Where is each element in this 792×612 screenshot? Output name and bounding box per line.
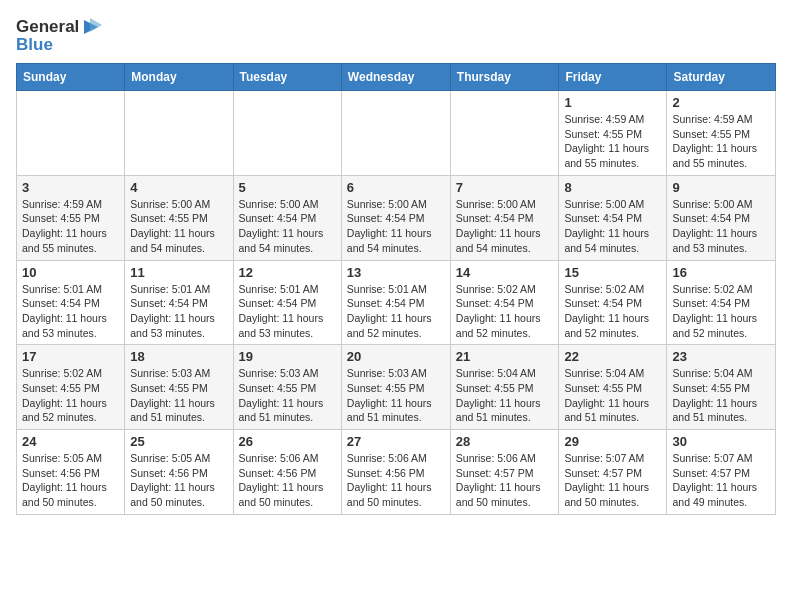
calendar-cell: 25Sunrise: 5:05 AM Sunset: 4:56 PM Dayli… bbox=[125, 430, 233, 515]
day-info: Sunrise: 5:02 AM Sunset: 4:54 PM Dayligh… bbox=[564, 282, 661, 341]
calendar-cell: 16Sunrise: 5:02 AM Sunset: 4:54 PM Dayli… bbox=[667, 260, 776, 345]
day-info: Sunrise: 5:02 AM Sunset: 4:54 PM Dayligh… bbox=[456, 282, 554, 341]
weekday-header-thursday: Thursday bbox=[450, 64, 559, 91]
calendar-table: SundayMondayTuesdayWednesdayThursdayFrid… bbox=[16, 63, 776, 515]
day-info: Sunrise: 5:06 AM Sunset: 4:56 PM Dayligh… bbox=[347, 451, 445, 510]
weekday-header-friday: Friday bbox=[559, 64, 667, 91]
logo-arrow-icon bbox=[80, 16, 102, 38]
calendar-cell: 4Sunrise: 5:00 AM Sunset: 4:55 PM Daylig… bbox=[125, 175, 233, 260]
day-info: Sunrise: 4:59 AM Sunset: 4:55 PM Dayligh… bbox=[564, 112, 661, 171]
day-number: 2 bbox=[672, 95, 770, 110]
calendar-cell bbox=[233, 91, 341, 176]
day-number: 24 bbox=[22, 434, 119, 449]
day-info: Sunrise: 5:00 AM Sunset: 4:54 PM Dayligh… bbox=[564, 197, 661, 256]
calendar-cell: 12Sunrise: 5:01 AM Sunset: 4:54 PM Dayli… bbox=[233, 260, 341, 345]
day-info: Sunrise: 5:06 AM Sunset: 4:57 PM Dayligh… bbox=[456, 451, 554, 510]
weekday-header-sunday: Sunday bbox=[17, 64, 125, 91]
day-info: Sunrise: 5:07 AM Sunset: 4:57 PM Dayligh… bbox=[672, 451, 770, 510]
day-info: Sunrise: 5:03 AM Sunset: 4:55 PM Dayligh… bbox=[130, 366, 227, 425]
logo-general-text: General bbox=[16, 17, 79, 37]
calendar-week-row: 17Sunrise: 5:02 AM Sunset: 4:55 PM Dayli… bbox=[17, 345, 776, 430]
calendar-cell: 29Sunrise: 5:07 AM Sunset: 4:57 PM Dayli… bbox=[559, 430, 667, 515]
logo: General Blue bbox=[16, 16, 102, 55]
day-number: 19 bbox=[239, 349, 336, 364]
day-info: Sunrise: 5:06 AM Sunset: 4:56 PM Dayligh… bbox=[239, 451, 336, 510]
day-number: 12 bbox=[239, 265, 336, 280]
day-number: 25 bbox=[130, 434, 227, 449]
day-number: 16 bbox=[672, 265, 770, 280]
calendar-cell: 20Sunrise: 5:03 AM Sunset: 4:55 PM Dayli… bbox=[341, 345, 450, 430]
svg-marker-1 bbox=[90, 18, 102, 32]
calendar-week-row: 24Sunrise: 5:05 AM Sunset: 4:56 PM Dayli… bbox=[17, 430, 776, 515]
calendar-week-row: 10Sunrise: 5:01 AM Sunset: 4:54 PM Dayli… bbox=[17, 260, 776, 345]
day-number: 18 bbox=[130, 349, 227, 364]
day-info: Sunrise: 5:05 AM Sunset: 4:56 PM Dayligh… bbox=[22, 451, 119, 510]
day-number: 30 bbox=[672, 434, 770, 449]
day-info: Sunrise: 5:00 AM Sunset: 4:54 PM Dayligh… bbox=[456, 197, 554, 256]
calendar-cell: 30Sunrise: 5:07 AM Sunset: 4:57 PM Dayli… bbox=[667, 430, 776, 515]
calendar-cell: 6Sunrise: 5:00 AM Sunset: 4:54 PM Daylig… bbox=[341, 175, 450, 260]
calendar-cell bbox=[17, 91, 125, 176]
day-info: Sunrise: 5:00 AM Sunset: 4:55 PM Dayligh… bbox=[130, 197, 227, 256]
calendar-cell: 8Sunrise: 5:00 AM Sunset: 4:54 PM Daylig… bbox=[559, 175, 667, 260]
day-info: Sunrise: 4:59 AM Sunset: 4:55 PM Dayligh… bbox=[672, 112, 770, 171]
day-info: Sunrise: 5:01 AM Sunset: 4:54 PM Dayligh… bbox=[239, 282, 336, 341]
day-info: Sunrise: 5:03 AM Sunset: 4:55 PM Dayligh… bbox=[347, 366, 445, 425]
day-info: Sunrise: 5:02 AM Sunset: 4:55 PM Dayligh… bbox=[22, 366, 119, 425]
calendar-cell: 21Sunrise: 5:04 AM Sunset: 4:55 PM Dayli… bbox=[450, 345, 559, 430]
day-info: Sunrise: 5:04 AM Sunset: 4:55 PM Dayligh… bbox=[564, 366, 661, 425]
day-number: 20 bbox=[347, 349, 445, 364]
day-number: 15 bbox=[564, 265, 661, 280]
day-number: 14 bbox=[456, 265, 554, 280]
day-info: Sunrise: 5:04 AM Sunset: 4:55 PM Dayligh… bbox=[672, 366, 770, 425]
calendar-cell: 15Sunrise: 5:02 AM Sunset: 4:54 PM Dayli… bbox=[559, 260, 667, 345]
day-number: 9 bbox=[672, 180, 770, 195]
calendar-cell: 17Sunrise: 5:02 AM Sunset: 4:55 PM Dayli… bbox=[17, 345, 125, 430]
page-header: General Blue bbox=[16, 16, 776, 55]
calendar-cell: 23Sunrise: 5:04 AM Sunset: 4:55 PM Dayli… bbox=[667, 345, 776, 430]
day-number: 5 bbox=[239, 180, 336, 195]
calendar-cell: 27Sunrise: 5:06 AM Sunset: 4:56 PM Dayli… bbox=[341, 430, 450, 515]
day-info: Sunrise: 5:01 AM Sunset: 4:54 PM Dayligh… bbox=[22, 282, 119, 341]
day-number: 28 bbox=[456, 434, 554, 449]
day-info: Sunrise: 5:00 AM Sunset: 4:54 PM Dayligh… bbox=[672, 197, 770, 256]
day-number: 4 bbox=[130, 180, 227, 195]
calendar-cell bbox=[341, 91, 450, 176]
day-info: Sunrise: 5:05 AM Sunset: 4:56 PM Dayligh… bbox=[130, 451, 227, 510]
calendar-cell: 18Sunrise: 5:03 AM Sunset: 4:55 PM Dayli… bbox=[125, 345, 233, 430]
day-number: 17 bbox=[22, 349, 119, 364]
day-info: Sunrise: 5:00 AM Sunset: 4:54 PM Dayligh… bbox=[239, 197, 336, 256]
calendar-cell: 14Sunrise: 5:02 AM Sunset: 4:54 PM Dayli… bbox=[450, 260, 559, 345]
day-info: Sunrise: 5:04 AM Sunset: 4:55 PM Dayligh… bbox=[456, 366, 554, 425]
calendar-cell: 28Sunrise: 5:06 AM Sunset: 4:57 PM Dayli… bbox=[450, 430, 559, 515]
day-number: 27 bbox=[347, 434, 445, 449]
day-number: 8 bbox=[564, 180, 661, 195]
calendar-cell: 3Sunrise: 4:59 AM Sunset: 4:55 PM Daylig… bbox=[17, 175, 125, 260]
day-info: Sunrise: 5:03 AM Sunset: 4:55 PM Dayligh… bbox=[239, 366, 336, 425]
day-number: 26 bbox=[239, 434, 336, 449]
calendar-cell: 11Sunrise: 5:01 AM Sunset: 4:54 PM Dayli… bbox=[125, 260, 233, 345]
weekday-header-saturday: Saturday bbox=[667, 64, 776, 91]
calendar-cell bbox=[125, 91, 233, 176]
day-number: 7 bbox=[456, 180, 554, 195]
day-number: 11 bbox=[130, 265, 227, 280]
calendar-cell: 19Sunrise: 5:03 AM Sunset: 4:55 PM Dayli… bbox=[233, 345, 341, 430]
day-number: 1 bbox=[564, 95, 661, 110]
day-info: Sunrise: 5:07 AM Sunset: 4:57 PM Dayligh… bbox=[564, 451, 661, 510]
logo-blue-text: Blue bbox=[16, 35, 53, 55]
calendar-cell: 22Sunrise: 5:04 AM Sunset: 4:55 PM Dayli… bbox=[559, 345, 667, 430]
weekday-header-tuesday: Tuesday bbox=[233, 64, 341, 91]
weekday-header-wednesday: Wednesday bbox=[341, 64, 450, 91]
calendar-cell: 1Sunrise: 4:59 AM Sunset: 4:55 PM Daylig… bbox=[559, 91, 667, 176]
weekday-header-monday: Monday bbox=[125, 64, 233, 91]
day-info: Sunrise: 5:02 AM Sunset: 4:54 PM Dayligh… bbox=[672, 282, 770, 341]
day-info: Sunrise: 5:00 AM Sunset: 4:54 PM Dayligh… bbox=[347, 197, 445, 256]
calendar-cell: 24Sunrise: 5:05 AM Sunset: 4:56 PM Dayli… bbox=[17, 430, 125, 515]
day-info: Sunrise: 5:01 AM Sunset: 4:54 PM Dayligh… bbox=[347, 282, 445, 341]
day-number: 23 bbox=[672, 349, 770, 364]
day-info: Sunrise: 4:59 AM Sunset: 4:55 PM Dayligh… bbox=[22, 197, 119, 256]
calendar-header-row: SundayMondayTuesdayWednesdayThursdayFrid… bbox=[17, 64, 776, 91]
day-number: 6 bbox=[347, 180, 445, 195]
calendar-cell: 13Sunrise: 5:01 AM Sunset: 4:54 PM Dayli… bbox=[341, 260, 450, 345]
day-number: 21 bbox=[456, 349, 554, 364]
